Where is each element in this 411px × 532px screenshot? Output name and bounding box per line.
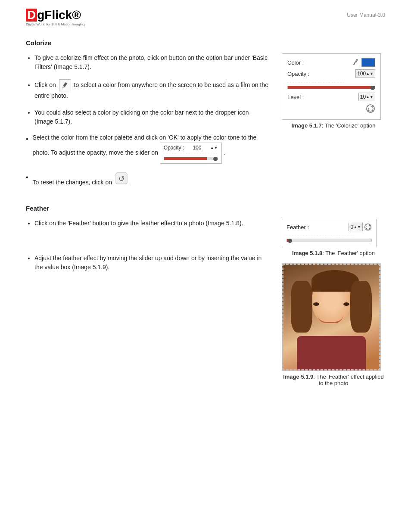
colorize-reset-bullet: • To reset the changes, click on ↺ . [26,172,269,186]
bullet4-post: . [223,149,225,156]
feather-photo-caption-strong: Image 5.1.9 [283,373,313,380]
color-row: Color : [287,58,375,67]
photo-hair-left [291,281,312,333]
feather-right-col: Feather : 0 ▲▼ [282,219,385,386]
photo-eye-left [313,302,319,306]
feather-title: Feather [26,205,385,212]
logo-flick: Flick [44,8,72,22]
colorize-panel: Color : [282,53,381,120]
opacity-value[interactable]: 100 ▲▼ [355,69,375,78]
svg-line-8 [353,64,354,65]
bullet2-pre: Click on [34,81,58,88]
page: DgFlick® Digital World for Still & Motio… [0,0,411,532]
photo-eye-right [343,302,349,306]
svg-rect-0 [63,82,67,87]
logo-d: D [26,9,37,22]
color-row-right [353,58,375,67]
slider-track-inline[interactable] [164,157,218,160]
dropper-icon[interactable] [353,59,360,67]
bullet-dot: • [26,135,28,143]
panel-reset-svg [366,104,375,113]
colorize-bullet-3: You could also select a color by clickin… [34,108,269,126]
slider-dots-inline: · · · · · · · · · · · · · · · · · · · · [164,152,218,156]
reset-bullet-content: To reset the changes, click on ↺ . [33,172,131,186]
level-value[interactable]: 10 ▲▼ [358,93,375,101]
feather-content: Click on the 'Feather' button to give th… [26,219,385,386]
colorize-caption-text: : The 'Colorize' option [322,122,376,129]
logo-g: g [37,8,44,22]
feather-slider[interactable] [286,239,372,242]
slider-fill-inline [164,157,207,160]
colorize-bullets: To give a colorize-film effect on the ph… [26,53,269,193]
feather-photo-caption-text: : The 'Feather' effect applied to the ph… [313,373,383,386]
feather-value-box[interactable]: 0 ▲▼ [349,223,363,231]
dropper-svg [353,59,360,65]
spinner-arrows-inline[interactable]: ▲▼ [210,146,218,150]
inline-opacity-value: 100 [193,145,201,151]
level-spinner[interactable]: ▲▼ [366,95,374,99]
feather-spinner[interactable]: ▲▼ [353,225,361,229]
reset-bullet-dot: • [26,174,28,181]
colorize-right-col: Color : [282,53,385,193]
bullet4-content: Select the color from the color palette … [33,134,269,165]
opacity-slider-thumb[interactable] [371,86,375,90]
opacity-row-right: 100 ▲▼ [355,69,375,78]
manual-label: User Manual-3.0 [347,12,385,18]
reset-bullet-post: . [129,179,131,186]
reset-icon-svg: ↺ [115,172,128,184]
opacity-spinner[interactable]: ▲▼ [366,72,374,76]
color-label: Color : [287,59,304,66]
photo-clothing [297,336,366,370]
level-row: Level : 10 ▲▼ [287,93,375,101]
opacity-row: Opacity : 100 ▲▼ [287,69,375,78]
colorize-content: To give a colorize-film effect on the ph… [26,53,385,193]
opacity-num: 100 [357,71,366,77]
logo-registered: ® [72,8,81,22]
panel-reset-icon[interactable] [287,104,375,115]
logo-sub: Digital World for Still & Motion Imaging [26,22,84,26]
feather-bullet-2: Adjust the feather effect by moving the … [34,254,269,272]
feather-photo-caption: Image 5.1.9: The 'Feather' effect applie… [282,373,385,386]
level-row-right: 10 ▲▼ [358,93,375,101]
svg-marker-10 [368,107,369,109]
feather-bullet-1: Click on the 'Feather' button to give th… [34,219,269,228]
level-label: Level : [287,94,304,100]
color-swatch[interactable] [361,58,375,67]
logo-main: DgFlick® [26,9,84,22]
logo: DgFlick® Digital World for Still & Motio… [26,9,84,26]
inline-opacity-panel: Opacity : 100 ▲▼ · · · · · · · · · · · ·… [160,143,222,164]
photo-hair-right [350,281,372,333]
photo-bg [282,264,380,370]
feather-section: Feather Click on the 'Feather' button to… [26,205,385,386]
colorize-bullet-1: To give a colorize-film effect on the ph… [34,53,269,72]
svg-text:↺: ↺ [118,175,125,183]
feather-reset-icon[interactable] [364,223,372,231]
level-num: 10 [360,94,366,100]
feather-panel-caption: Image 5.1.8: The 'Feather' option [282,250,385,256]
opacity-label: Opacity : [287,71,309,77]
colorize-panel-caption: Image 5.1.7: The 'Colorize' option [282,122,385,129]
feather-photo [282,263,381,371]
feather-row: Feather : 0 ▲▼ [286,223,372,231]
feather-value: 0 [350,224,353,230]
inline-opacity-label: Opacity : [164,145,184,151]
feather-slider-thumb[interactable] [288,239,292,243]
colorize-bullet-4: • Select the color from the color palett… [26,134,269,165]
feather-bullets: Click on the 'Feather' button to give th… [26,219,269,386]
svg-rect-6 [355,59,358,62]
opacity-slider-dots: · · · · · · · · · · · · · · · · · · · · … [287,81,375,84]
colorize-caption-strong: Image 5.1.7 [292,122,322,129]
pencil-icon [62,82,68,89]
feather-caption-strong: Image 5.1.8 [292,250,322,256]
colorize-bullet-list: To give a colorize-film effect on the ph… [26,53,269,126]
colorize-section: Colorize To give a colorize-film effect … [26,39,385,193]
reset-bullet-pre: To reset the changes, click on [33,179,112,186]
feather-slider-dots: · · · · · · · · · · · · · · · · · · · · … [286,233,372,237]
feather-bullet-list: Click on the 'Feather' button to give th… [26,219,269,272]
opacity-slider[interactable] [287,86,375,89]
slider-thumb-inline[interactable] [213,157,218,161]
feather-panel: Feather : 0 ▲▼ [282,219,377,247]
svg-line-2 [62,87,63,88]
feather-label: Feather : [286,224,309,230]
opacity-slider-fill [288,86,375,89]
